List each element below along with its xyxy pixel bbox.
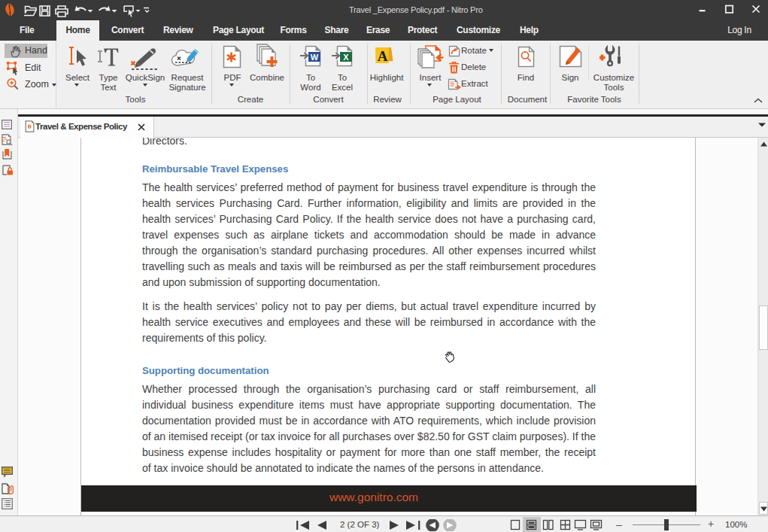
svg-text:W: W: [311, 53, 319, 62]
svg-text:X: X: [343, 53, 349, 62]
svg-text:A: A: [378, 48, 388, 64]
